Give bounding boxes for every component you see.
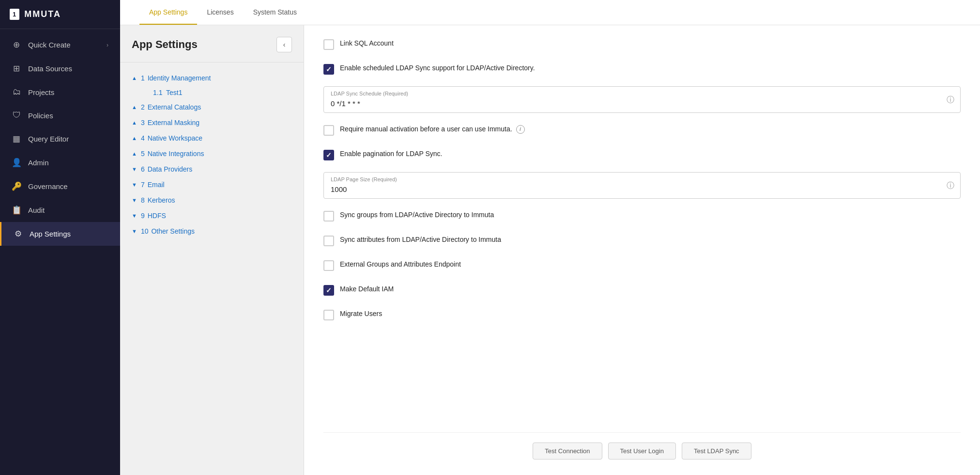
- query-editor-icon: ▦: [12, 134, 21, 144]
- sidebar-item-audit[interactable]: 📋 Audit: [0, 198, 120, 222]
- toc-label-10: Other Settings: [151, 227, 195, 235]
- toc-item-3[interactable]: ▲ 3 External Masking: [120, 115, 304, 130]
- ldap-page-size-label: LDAP Page Size (Required): [324, 173, 960, 182]
- input-wrapper-ldap-page-size: LDAP Page Size (Required) 1000 ⓘ: [323, 172, 961, 199]
- sidebar-label-policies: Policies: [28, 111, 53, 120]
- chevron-up-icon-5: ▲: [132, 151, 137, 157]
- toc-item-1[interactable]: ▲ 1 Identity Management: [120, 70, 304, 86]
- test-connection-button[interactable]: Test Connection: [533, 443, 602, 459]
- checkbox-sync-groups[interactable]: [323, 211, 334, 222]
- sidebar-item-admin[interactable]: 👤 Admin: [0, 151, 120, 174]
- chevron-down-icon-10: ▼: [132, 228, 137, 234]
- checkbox-row-enable-ldap-sync: Enable scheduled LDAP Sync support for L…: [323, 62, 961, 77]
- chevron-up-icon-3: ▲: [132, 120, 137, 126]
- plus-circle-icon: ⊕: [12, 40, 21, 50]
- label-enable-pagination-ldap: Enable pagination for LDAP Sync.: [340, 149, 442, 159]
- data-sources-icon: ⊞: [12, 63, 21, 74]
- chevron-down-icon-8: ▼: [132, 197, 137, 203]
- tab-licenses[interactable]: Licenses: [197, 0, 243, 25]
- label-enable-ldap-sync: Enable scheduled LDAP Sync support for L…: [340, 63, 535, 73]
- left-panel: App Settings ‹ ▲ 1 Identity Management 1…: [120, 25, 304, 475]
- toc-label-3: External Masking: [148, 119, 199, 127]
- chevron-up-icon-4: ▲: [132, 135, 137, 141]
- toc-item-5[interactable]: ▲ 5 Native Integrations: [120, 146, 304, 161]
- sidebar-item-policies[interactable]: 🛡 Policies: [0, 104, 120, 127]
- label-link-sql-account: Link SQL Account: [340, 39, 394, 48]
- right-panel: Link SQL Account Enable scheduled LDAP S…: [304, 25, 980, 475]
- toc-label-1: Identity Management: [148, 74, 211, 82]
- main-area: App Settings Licenses System Status App …: [120, 0, 980, 475]
- tab-system-status[interactable]: System Status: [244, 0, 306, 25]
- tab-app-settings[interactable]: App Settings: [139, 0, 197, 25]
- toc-item-7[interactable]: ▼ 7 Email: [120, 177, 304, 192]
- sidebar-label-audit: Audit: [28, 206, 45, 214]
- checkbox-row-migrate-users: Migrate Users: [323, 307, 961, 322]
- input-group-ldap-schedule: LDAP Sync Schedule (Required) 0 */1 * * …: [323, 86, 961, 113]
- checkbox-row-enable-pagination-ldap: Enable pagination for LDAP Sync.: [323, 147, 961, 162]
- left-panel-header: App Settings ‹: [120, 25, 304, 63]
- toc-sub-1-1[interactable]: 1.1 Test1: [120, 86, 304, 99]
- checkbox-make-default-iam[interactable]: [323, 285, 334, 296]
- sidebar-label-admin: Admin: [28, 158, 49, 167]
- sidebar-item-app-settings[interactable]: ⚙ App Settings: [0, 222, 120, 246]
- label-sync-attributes: Sync attributes from LDAP/Active Directo…: [340, 235, 501, 245]
- checkbox-enable-ldap-sync[interactable]: [323, 64, 334, 75]
- test-user-login-button[interactable]: Test User Login: [608, 443, 676, 459]
- projects-icon: 🗂: [12, 87, 21, 97]
- checkbox-row-link-sql-account: Link SQL Account: [323, 37, 961, 52]
- toc-item-9[interactable]: ▼ 9 HDFS: [120, 208, 304, 223]
- collapse-button[interactable]: ‹: [276, 37, 292, 52]
- ldap-page-size-help-icon[interactable]: ⓘ: [947, 180, 954, 190]
- toc-list: ▲ 1 Identity Management 1.1 Test1 ▲ 2 Ex…: [120, 63, 304, 247]
- label-sync-groups: Sync groups from LDAP/Active Directory t…: [340, 210, 494, 220]
- require-manual-activation-info-icon[interactable]: i: [516, 125, 525, 134]
- bottom-actions-bar: Test Connection Test User Login Test LDA…: [323, 432, 961, 463]
- sidebar-item-query-editor[interactable]: ▦ Query Editor: [0, 127, 120, 151]
- checkbox-external-groups-endpoint[interactable]: [323, 260, 334, 271]
- sidebar-item-data-sources[interactable]: ⊞ Data Sources: [0, 57, 120, 80]
- sidebar-label-query-editor: Query Editor: [28, 135, 69, 143]
- checkbox-migrate-users[interactable]: [323, 310, 334, 320]
- ldap-schedule-label: LDAP Sync Schedule (Required): [324, 87, 960, 96]
- label-migrate-users: Migrate Users: [340, 309, 382, 319]
- checkbox-row-make-default-iam: Make Default IAM: [323, 283, 961, 298]
- toc-item-6[interactable]: ▼ 6 Data Providers: [120, 161, 304, 177]
- ldap-schedule-help-icon[interactable]: ⓘ: [947, 95, 954, 105]
- logo-box-icon: 1: [10, 9, 19, 20]
- toc-item-8[interactable]: ▼ 8 Kerberos: [120, 192, 304, 208]
- toc-label-7: Email: [148, 181, 165, 189]
- toc-label-8: Kerberos: [148, 196, 175, 204]
- test-ldap-sync-button[interactable]: Test LDAP Sync: [682, 443, 751, 459]
- checkbox-row-sync-attributes: Sync attributes from LDAP/Active Directo…: [323, 233, 961, 248]
- ldap-schedule-value[interactable]: 0 */1 * * *: [324, 98, 960, 112]
- ldap-page-size-value[interactable]: 1000: [324, 184, 960, 198]
- left-panel-title: App Settings: [132, 38, 198, 51]
- governance-icon: 🔑: [12, 181, 21, 191]
- content-area: App Settings ‹ ▲ 1 Identity Management 1…: [120, 25, 980, 475]
- sidebar-label-app-settings: App Settings: [30, 230, 71, 238]
- sidebar-label-governance: Governance: [28, 182, 68, 190]
- toc-item-4[interactable]: ▲ 4 Native Workspace: [120, 130, 304, 146]
- shield-icon: 🛡: [12, 111, 21, 120]
- toc-label-9: HDFS: [148, 212, 166, 220]
- toc-label-4: Native Workspace: [148, 134, 202, 142]
- sidebar-item-governance[interactable]: 🔑 Governance: [0, 174, 120, 198]
- checkbox-require-manual-activation[interactable]: [323, 125, 334, 136]
- checkbox-link-sql-account[interactable]: [323, 39, 334, 50]
- toc-sub-label-1-1: 1.1 Test1: [153, 89, 182, 96]
- checkbox-row-sync-groups: Sync groups from LDAP/Active Directory t…: [323, 208, 961, 223]
- toc-item-2[interactable]: ▲ 2 External Catalogs: [120, 99, 304, 115]
- logo-area: 1 MMUTA: [0, 0, 120, 29]
- sidebar-item-quick-create[interactable]: ⊕ Quick Create ›: [0, 33, 120, 57]
- sidebar-label-data-sources: Data Sources: [28, 64, 72, 73]
- audit-icon: 📋: [12, 205, 21, 215]
- input-group-ldap-page-size: LDAP Page Size (Required) 1000 ⓘ: [323, 172, 961, 199]
- toc-item-10[interactable]: ▼ 10 Other Settings: [120, 223, 304, 239]
- chevron-right-icon: ›: [107, 42, 108, 48]
- checkbox-sync-attributes[interactable]: [323, 236, 334, 246]
- checkbox-enable-pagination-ldap[interactable]: [323, 150, 334, 160]
- settings-icon: ⚙: [13, 229, 23, 239]
- sidebar: 1 MMUTA ⊕ Quick Create › ⊞ Data Sources …: [0, 0, 120, 475]
- sidebar-label-projects: Projects: [28, 88, 54, 96]
- sidebar-item-projects[interactable]: 🗂 Projects: [0, 80, 120, 104]
